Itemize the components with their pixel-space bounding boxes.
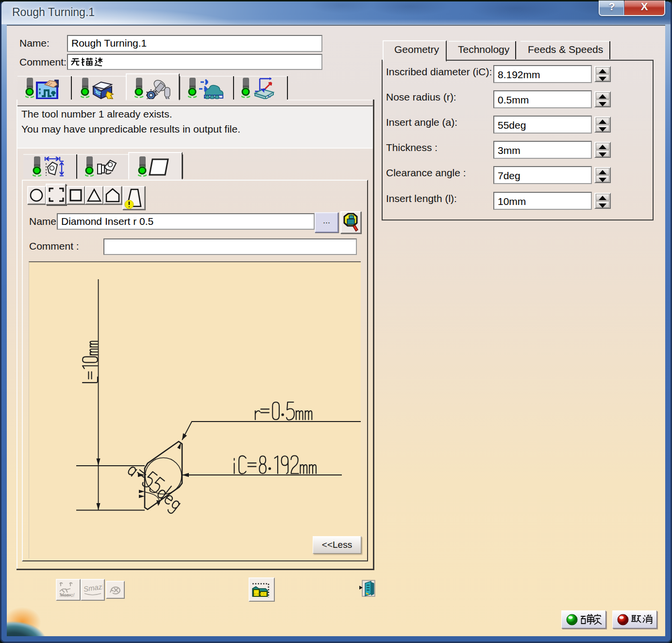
svg-text:Smaz!: Smaz! <box>83 582 103 593</box>
svg-text:Macro!: Macro! <box>60 592 75 598</box>
